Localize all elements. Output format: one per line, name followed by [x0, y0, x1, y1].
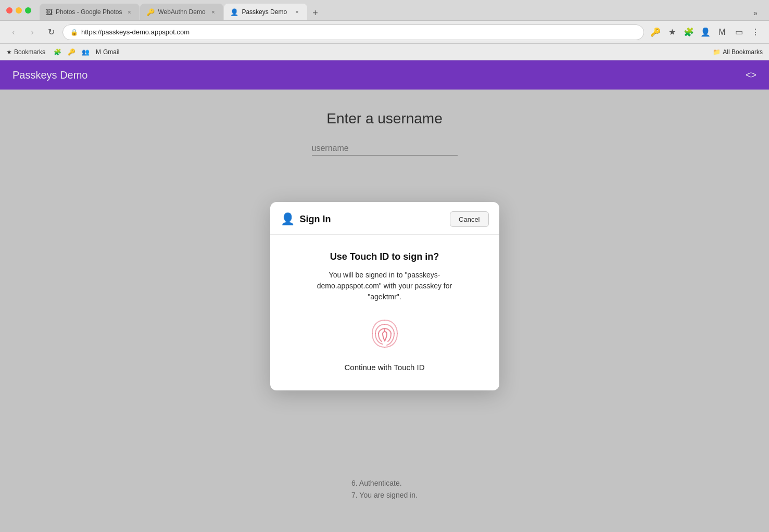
- traffic-lights: [6, 7, 31, 14]
- back-button[interactable]: ‹: [6, 25, 21, 40]
- continue-with-touchid-button[interactable]: Continue with Touch ID: [345, 363, 425, 372]
- bookmarks-star-item[interactable]: ★ Bookmarks: [6, 48, 45, 56]
- modal-body: Use Touch ID to sign in? You will be sig…: [270, 235, 499, 390]
- passkeys-tab-close[interactable]: ×: [293, 8, 301, 16]
- passkeys-tab-title: Passkeys Demo: [242, 8, 289, 16]
- passkey-toolbar-icon[interactable]: 🔑: [648, 25, 663, 40]
- modal-header-left: 👤 Sign In: [281, 212, 331, 226]
- people-bookmark-icon: 👥: [82, 48, 90, 56]
- page-content: Passkeys Demo <> Enter a username 6. Aut…: [0, 60, 769, 532]
- menu-icon[interactable]: ⋮: [748, 25, 763, 40]
- photos-tab-close[interactable]: ×: [125, 8, 133, 16]
- modal-description: You will be signed in to "passkeys-demo.…: [301, 270, 468, 302]
- toolbar-icons: 🔑 ★ 🧩 👤 M ▭ ⋮: [648, 25, 763, 40]
- bookmarks-bar: ★ Bookmarks 🧩 🔑 👥 M Gmail 📁 All Bookmark…: [0, 44, 769, 60]
- all-bookmarks-button[interactable]: 📁 All Bookmarks: [713, 48, 763, 56]
- passkey-bookmark-icon: 🔑: [68, 48, 75, 56]
- modal-question: Use Touch ID to sign in?: [330, 251, 439, 262]
- tab-overflow-button[interactable]: »: [748, 6, 763, 20]
- gmail-bookmark-label: Gmail: [103, 48, 119, 56]
- close-window-button[interactable]: [6, 7, 12, 14]
- modal-title: Sign In: [300, 214, 331, 225]
- star-icon[interactable]: ★: [665, 25, 679, 40]
- passkeys-tab-icon: 👤: [230, 8, 238, 16]
- cancel-button[interactable]: Cancel: [450, 211, 488, 227]
- gmail-bookmark-icon: M: [96, 48, 101, 56]
- webauthn-tab-title: WebAuthn Demo: [158, 8, 206, 16]
- maximize-window-button[interactable]: [25, 7, 31, 14]
- tab-webauthn[interactable]: 🔑 WebAuthn Demo ×: [140, 4, 223, 20]
- browser-frame: 🖼 Photos - Google Photos × 🔑 WebAuthn De…: [0, 0, 769, 532]
- fingerprint-svg: [368, 317, 401, 350]
- modal-overlay: 👤 Sign In Cancel Use Touch ID to sign in…: [0, 60, 769, 532]
- webauthn-tab-close[interactable]: ×: [209, 8, 217, 16]
- tab-passkeys[interactable]: 👤 Passkeys Demo ×: [224, 4, 307, 20]
- tabs-area: 🖼 Photos - Google Photos × 🔑 WebAuthn De…: [40, 0, 763, 20]
- minimize-window-button[interactable]: [16, 7, 22, 14]
- address-bar[interactable]: 🔒 https://passkeys-demo.appspot.com: [62, 24, 644, 40]
- fingerprint-icon: [368, 317, 401, 350]
- bookmark-gmail[interactable]: M Gmail: [96, 48, 119, 56]
- title-bar: 🖼 Photos - Google Photos × 🔑 WebAuthn De…: [0, 0, 769, 21]
- photos-tab-icon: 🖼: [46, 8, 53, 16]
- sidebar-icon[interactable]: ▭: [732, 25, 746, 40]
- signin-modal: 👤 Sign In Cancel Use Touch ID to sign in…: [270, 202, 499, 390]
- refresh-button[interactable]: ↻: [44, 25, 58, 40]
- lock-icon: 🔒: [70, 29, 78, 36]
- photos-tab-title: Photos - Google Photos: [56, 8, 122, 16]
- modal-header: 👤 Sign In Cancel: [270, 202, 499, 235]
- address-bar-row: ‹ › ↻ 🔒 https://passkeys-demo.appspot.co…: [0, 21, 769, 44]
- address-text: https://passkeys-demo.appspot.com: [81, 28, 636, 36]
- bookmark-people[interactable]: 👥: [82, 48, 90, 56]
- bookmarks-label: Bookmarks: [14, 48, 45, 56]
- signin-person-icon: 👤: [281, 212, 295, 226]
- all-bookmarks-label: All Bookmarks: [723, 48, 763, 56]
- all-bookmarks-icon: 📁: [713, 48, 721, 56]
- forward-button[interactable]: ›: [25, 25, 40, 40]
- profile-icon[interactable]: 👤: [698, 25, 713, 40]
- extensions-icon[interactable]: 🧩: [682, 25, 696, 40]
- webauthn-tab-icon: 🔑: [146, 8, 155, 16]
- new-tab-button[interactable]: +: [308, 6, 322, 20]
- bookmark-passkey[interactable]: 🔑: [68, 48, 75, 56]
- tab-photos[interactable]: 🖼 Photos - Google Photos ×: [40, 4, 140, 20]
- extensions-bookmark-text: 🧩: [54, 48, 61, 56]
- bookmark-extensions[interactable]: 🧩: [52, 48, 61, 56]
- gmail-icon[interactable]: M: [715, 25, 729, 40]
- star-bookmark-icon: ★: [6, 48, 12, 56]
